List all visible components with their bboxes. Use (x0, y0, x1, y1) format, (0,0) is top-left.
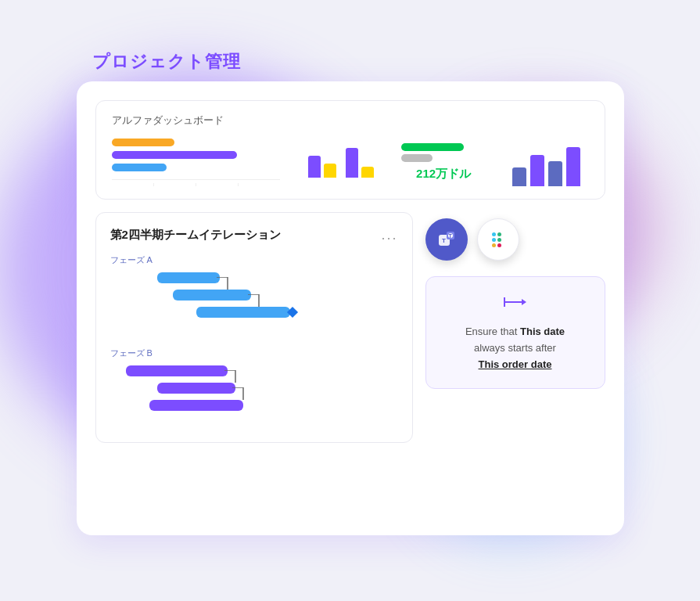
gantt-title: 第2四半期チームイテレーション (110, 228, 281, 243)
col-bar-1 (512, 167, 526, 186)
svg-rect-7 (492, 243, 496, 247)
gantt-b-row-3 (110, 400, 398, 411)
stacked-chart (299, 148, 383, 178)
money-metric: 212万ドル (401, 143, 486, 182)
main-card: アルファダッシュボード (77, 81, 624, 535)
svg-rect-6 (497, 238, 501, 242)
money-bar-gray (401, 154, 433, 162)
stacked-bars (308, 148, 374, 178)
constraint-order-date: This order date (479, 358, 552, 370)
constraint-text-before: Ensure that (465, 326, 520, 337)
gantt-a-bar-1 (157, 272, 220, 283)
gantt-a-row-2 (110, 290, 398, 300)
teams-svg: T T (436, 229, 458, 250)
gantt-mini-row-2 (112, 151, 280, 159)
gantt-a-row-3 (110, 307, 398, 318)
gantt-more-icon[interactable]: ... (381, 227, 397, 243)
constraint-svg-icon (503, 293, 528, 311)
svg-text:T: T (448, 233, 452, 239)
gantt-mini-bar-1 (112, 139, 174, 146)
gantt-mini-bar-2 (112, 151, 237, 159)
constraint-card: Ensure that This date always starts afte… (425, 276, 605, 389)
gantt-b-bar-1 (126, 365, 228, 376)
svg-rect-5 (492, 238, 496, 242)
gantt-b-row-1 (110, 365, 398, 376)
s-bar-3 (346, 148, 358, 178)
dashboard-title: アルファダッシュボード (112, 113, 589, 128)
s-bar-1 (308, 156, 321, 178)
constraint-text-middle: always starts after (474, 342, 556, 354)
slack-svg (487, 229, 509, 250)
gantt-phase-b-area (110, 365, 398, 428)
bottom-row: 第2四半期チームイテレーション ... フェーズ A (95, 212, 605, 443)
svg-rect-8 (497, 243, 501, 247)
page-title: プロジェクト管理 (92, 50, 241, 74)
gantt-a-bar-2 (173, 290, 251, 300)
outer-container: プロジェクト管理 アルファダッシュボード (45, 34, 655, 567)
svg-rect-10 (497, 232, 501, 236)
gantt-b-bar-3 (149, 400, 243, 411)
gantt-a-row-1 (110, 272, 398, 283)
svg-marker-13 (522, 299, 526, 305)
svg-rect-9 (492, 232, 496, 236)
gantt-title-row: 第2四半期チームイテレーション ... (110, 227, 398, 243)
gantt-mini-bar-3 (112, 164, 167, 171)
gantt-b-row-2 (110, 383, 398, 394)
slack-icon[interactable] (477, 218, 519, 261)
svg-text:T: T (442, 237, 446, 244)
constraint-text: Ensure that This date always starts afte… (439, 324, 592, 372)
teams-icon[interactable]: T T (425, 218, 468, 261)
gantt-mini-grid (112, 179, 280, 186)
right-panel: T T (425, 212, 605, 443)
gantt-section: 第2四半期チームイテレーション ... フェーズ A (95, 212, 413, 443)
s-bar-4 (361, 167, 374, 178)
money-value: 212万ドル (401, 167, 486, 182)
integration-icons: T T (425, 212, 605, 267)
dashboard-charts: 212万ドル (112, 139, 589, 186)
col-bar-3 (548, 161, 562, 186)
constraint-icon (439, 293, 592, 316)
gantt-b-bar-2 (157, 383, 235, 394)
dashboard-section: アルファダッシュボード (95, 100, 605, 200)
gantt-phase-b-label: フェーズ B (110, 347, 398, 359)
gantt-mini (112, 139, 280, 186)
gantt-a-bar-3 (196, 307, 290, 318)
money-bar-container (401, 143, 486, 162)
column-chart (504, 139, 589, 186)
gantt-phase-a-area (110, 272, 398, 335)
s-bar-2 (324, 164, 336, 178)
constraint-this-date: This date (520, 326, 565, 337)
col-bar-2 (530, 155, 544, 186)
col-bar-4 (566, 147, 580, 186)
gantt-mini-row-3 (112, 164, 280, 171)
money-bar-green (401, 143, 464, 151)
gantt-phase-a-label: フェーズ A (110, 254, 398, 266)
gantt-mini-row-1 (112, 139, 280, 146)
